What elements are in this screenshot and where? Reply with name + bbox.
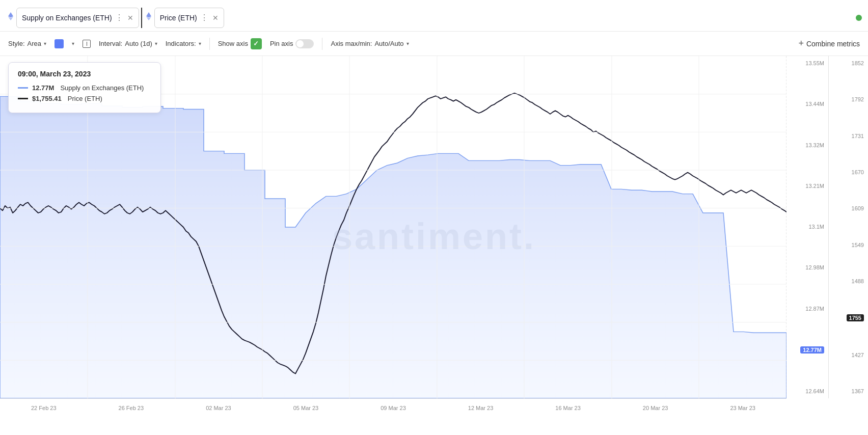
y-axis-left: 13.55M 13.44M 13.32M 13.21M 13.1M 12.98M… [792,56,827,398]
svg-marker-0 [8,12,13,18]
y-right-4: 1670 [829,169,868,175]
axis-maxmin-chevron: ▾ [406,41,409,46]
y-right-3: 1731 [829,133,868,139]
tab-supply[interactable]: Supply on Exchanges (ETH) ⋮ ✕ [16,8,139,28]
chart-toolbar: Style: Area ▾ ▾ Interval: Auto (1d) ▾ In… [0,32,868,56]
show-axis-toggle[interactable] [251,38,262,49]
indicators-selector[interactable]: Indicators: ▾ [166,40,201,47]
x-label-4: 05 Mar 23 [293,405,319,411]
status-indicator [856,15,862,21]
tooltip-date: 09:00, March 23, 2023 [18,70,151,78]
y-right-highlight: 1755 [847,314,864,321]
interval-selector[interactable]: Interval: Auto (1d) ▾ [99,40,157,47]
tooltip-price-label: Price (ETH) [68,95,102,102]
metric-tabs: Supply on Exchanges (ETH) ⋮ ✕ Price (ETH… [0,0,868,32]
tooltip-supply-value: 12.77M [32,84,54,92]
pin-axis-toggle[interactable] [295,39,314,48]
x-label-8: 20 Mar 23 [643,405,668,411]
interval-icon [83,40,91,48]
y-left-6: 12.98M [792,264,827,270]
style-chevron: ▾ [44,41,46,46]
y-right-6: 1549 [829,242,868,248]
style-label: Style: [8,40,25,47]
x-label-5: 09 Mar 23 [381,405,406,411]
tab-divider [141,8,142,28]
axis-maxmin-selector[interactable]: Axis max/min: Auto/Auto ▾ [331,40,409,47]
y-left-7: 12.87M [792,306,827,312]
sep-2 [322,38,322,50]
y-right-10: 1367 [829,388,868,394]
y-left-4: 13.21M [792,183,827,189]
y-left-2: 13.44M [792,101,827,107]
y-right-2: 1792 [829,96,868,102]
chart-tooltip: 09:00, March 23, 2023 12.77M Supply on E… [8,62,161,113]
x-axis: 22 Feb 23 26 Feb 23 02 Mar 23 05 Mar 23 … [0,398,786,417]
style-selector[interactable]: Style: Area ▾ [8,40,46,47]
tab-price-menu[interactable]: ⋮ [200,13,208,22]
tooltip-supply-label: Supply on Exchanges (ETH) [60,84,144,92]
y-left-1: 13.55M [792,60,827,66]
y-right-7: 1488 [829,278,868,284]
y-left-5: 13.1M [792,224,827,230]
interval-chevron: ▾ [155,41,157,46]
y-left-highlight: 12.77M [800,346,824,354]
price-line-icon [18,98,28,99]
style-value: Area [28,40,41,47]
eth-icon-price [144,12,153,21]
x-label-7: 16 Mar 23 [555,405,581,411]
y-right-5: 1609 [829,205,868,211]
y-axis-right: 1852 1792 1731 1670 1609 1549 1488 1755 … [828,56,868,398]
color-chevron-item[interactable]: ▾ [72,41,74,46]
pin-axis-label: Pin axis [270,40,293,47]
color-picker[interactable] [55,39,64,48]
indicators-chevron: ▾ [199,41,201,46]
tooltip-supply-row: 12.77M Supply on Exchanges (ETH) [18,84,151,92]
x-label-9: 23 Mar 23 [730,405,755,411]
x-label-6: 12 Mar 23 [468,405,494,411]
x-label-1: 22 Feb 23 [31,405,57,411]
tab-price-close[interactable]: ✕ [212,14,219,22]
tab-price[interactable]: Price (ETH) ⋮ ✕ [154,8,224,28]
combine-plus-icon: + [798,38,804,49]
indicators-label: Indicators: [166,40,196,47]
tab-supply-label: Supply on Exchanges (ETH) [22,14,112,22]
x-label-2: 26 Feb 23 [119,405,144,411]
pin-axis-item: Pin axis [270,39,314,48]
color-chevron: ▾ [72,41,74,46]
sep-1 [209,38,210,50]
y-right-1: 1852 [829,60,868,66]
tooltip-price-row: $1,755.41 Price (ETH) [18,95,151,102]
tab-supply-close[interactable]: ✕ [127,14,133,22]
eth-icon-supply [6,12,15,21]
supply-line-icon [18,87,28,89]
svg-marker-2 [146,12,151,18]
x-label-3: 02 Mar 23 [206,405,231,411]
combine-metrics-label: Combine metrics [806,40,860,48]
tab-supply-menu[interactable]: ⋮ [115,13,123,22]
y-left-9: 12.64M [792,388,827,394]
combine-metrics-button[interactable]: + Combine metrics [798,38,860,49]
axis-maxmin-value: Auto/Auto [374,40,403,47]
show-axis-label: Show axis [218,40,248,47]
interval-label: Interval: [99,40,122,47]
interval-icon-item[interactable] [83,40,91,48]
show-axis-item: Show axis [218,38,262,49]
axis-maxmin-label: Axis max/min: [331,40,372,47]
y-right-9: 1427 [829,352,868,358]
interval-value: Auto (1d) [125,40,152,47]
tab-price-label: Price (ETH) [160,14,197,22]
tooltip-price-value: $1,755.41 [32,95,62,102]
chart-area: santiment. [0,56,868,417]
y-left-3: 13.32M [792,142,827,148]
